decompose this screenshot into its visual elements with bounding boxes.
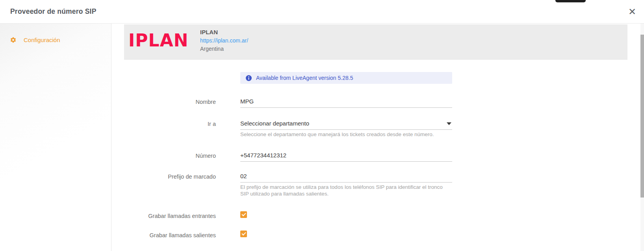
ir-a-label: Ir a xyxy=(111,120,216,138)
nombre-label: Nombre xyxy=(111,98,216,108)
department-select[interactable]: Seleccionar departamento xyxy=(240,120,452,130)
grabar-salientes-label: Grabar llamadas salientes xyxy=(111,231,216,239)
prefijo-helper-text: El prefijo de marcación se utiliza para … xyxy=(240,184,452,197)
provider-url-link[interactable]: https://iplan.com.ar/ xyxy=(200,37,248,44)
modal-body: Configuración IPLAN IPLAN https://iplan.… xyxy=(0,24,644,251)
provider-country: Argentina xyxy=(200,46,248,52)
field-row-ir-a: Ir a Seleccionar departamento Seleccione… xyxy=(111,120,466,138)
sip-provider-modal: Proveedor de número SIP ✕ Configuración … xyxy=(0,0,644,251)
numero-value: +5477234412312 xyxy=(240,151,452,159)
iplan-logo: IPLAN xyxy=(128,31,189,50)
page-title: Proveedor de número SIP xyxy=(10,0,97,23)
numero-label: Número xyxy=(111,151,216,162)
top-black-bar xyxy=(555,0,586,2)
provider-info: IPLAN https://iplan.com.ar/ Argentina xyxy=(200,29,248,52)
field-row-prefijo: Prefijo de marcado 02 El prefijo de marc… xyxy=(111,172,466,197)
prefijo-value: 02 xyxy=(240,172,452,180)
close-icon[interactable]: ✕ xyxy=(626,6,638,18)
prefijo-label: Prefijo de marcado xyxy=(111,172,216,197)
department-helper-text: Seleccione el departamento que manejará … xyxy=(240,131,452,138)
field-row-nombre: Nombre MPG xyxy=(111,98,466,108)
provider-name: IPLAN xyxy=(200,29,248,36)
provider-header: IPLAN IPLAN https://iplan.com.ar/ Argent… xyxy=(124,24,627,60)
scrollbar[interactable] xyxy=(640,24,644,251)
chevron-down-icon xyxy=(447,122,451,125)
modal-header: Proveedor de número SIP ✕ xyxy=(0,0,644,24)
sidebar: Configuración xyxy=(0,24,111,251)
prefijo-input[interactable]: 02 xyxy=(240,172,452,183)
field-row-grabar-salientes: Grabar llamadas salientes xyxy=(111,231,466,239)
grabar-entrantes-checkbox[interactable] xyxy=(240,211,247,218)
sidebar-item-configuracion[interactable]: Configuración xyxy=(0,24,111,43)
nombre-value: MPG xyxy=(240,98,452,105)
main-content: IPLAN IPLAN https://iplan.com.ar/ Argent… xyxy=(111,24,644,251)
field-row-grabar-entrantes: Grabar llamadas entrantes xyxy=(111,212,466,220)
numero-input[interactable]: +5477234412312 xyxy=(240,151,452,162)
grabar-entrantes-label: Grabar llamadas entrantes xyxy=(111,212,216,220)
sidebar-item-label: Configuración xyxy=(24,37,60,43)
department-selected-value: Seleccionar departamento xyxy=(240,120,452,127)
gear-icon xyxy=(10,37,17,43)
version-banner-text: Available from LiveAgent version 5.28.5 xyxy=(256,75,353,81)
version-banner: Available from LiveAgent version 5.28.5 xyxy=(240,72,452,84)
info-icon xyxy=(246,75,252,81)
field-row-numero: Número +5477234412312 xyxy=(111,151,466,162)
nombre-input[interactable]: MPG xyxy=(240,98,452,108)
grabar-salientes-checkbox[interactable] xyxy=(240,231,247,237)
scrollbar-thumb[interactable] xyxy=(640,35,644,197)
